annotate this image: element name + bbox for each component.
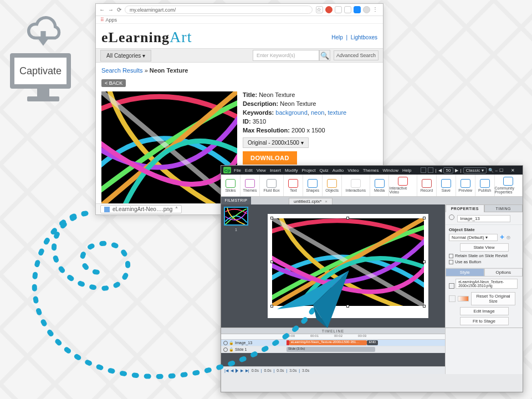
ribbon-preview[interactable]: Preview <box>456 175 475 196</box>
document-tab[interactable]: untitled1.cptx*× <box>289 198 332 204</box>
ext-box-icon[interactable] <box>335 6 342 13</box>
state-view-button[interactable]: State View <box>460 243 509 252</box>
tl-prev-icon[interactable]: ◀ <box>231 369 233 373</box>
help-link[interactable]: Help <box>331 34 343 40</box>
ribbon-media[interactable]: Media <box>370 175 390 196</box>
reload-icon[interactable]: ⟳ <box>117 7 121 13</box>
placed-image[interactable] <box>272 218 424 306</box>
timeline-bar-slide[interactable]: Slide (3.0s) <box>287 347 375 352</box>
menu-window[interactable]: Window <box>383 168 398 173</box>
timeline-track-slide[interactable]: 🔒 Slide 1 Slide (3.0s) <box>221 346 445 353</box>
minimize-icon[interactable]: – <box>495 168 498 173</box>
ext-shield-icon[interactable] <box>344 6 351 13</box>
size-select[interactable]: Original - 2000x1500 ▾ <box>243 137 309 148</box>
menu-audio[interactable]: Audio <box>332 168 344 173</box>
state-target-icon[interactable]: ◎ <box>507 235 510 240</box>
site-logo[interactable]: eLearningArt <box>101 28 192 46</box>
apps-grid-icon[interactable]: ⠿ <box>100 17 104 23</box>
ribbon-shapes[interactable]: Shapes <box>303 175 323 196</box>
chrome-menu-icon[interactable]: ⋮ <box>372 6 380 13</box>
filmstrip-thumb[interactable] <box>224 207 248 226</box>
lock-icon[interactable]: 🔒 <box>229 347 234 352</box>
edit-image-button[interactable]: Edit Image <box>460 307 509 315</box>
menu-themes[interactable]: Themes <box>363 168 379 173</box>
canvas-area[interactable] <box>251 204 445 328</box>
keyword-input[interactable]: Enter Keyword(s) <box>253 50 319 61</box>
apps-label[interactable]: Apps <box>106 17 117 23</box>
image-swap-icon[interactable] <box>449 283 454 289</box>
close-icon[interactable]: ✕ <box>505 168 520 173</box>
ext-opera-icon[interactable] <box>325 6 332 13</box>
state-select[interactable]: Normal (Default) ▾ <box>449 234 498 241</box>
ribbon-text[interactable]: Text <box>284 175 303 196</box>
download-chip[interactable]: eLearningArt-Neo….png ˄ <box>100 205 182 213</box>
keyword-neon[interactable]: neon <box>311 109 324 116</box>
zoom-prev-icon[interactable]: ◀ <box>438 168 442 173</box>
tab-properties[interactable]: PROPERTIES <box>446 204 484 212</box>
ribbon-record[interactable]: Record <box>417 175 437 196</box>
ribbon-objects[interactable]: Objects <box>323 175 342 196</box>
maximize-icon[interactable]: ☐ <box>499 168 503 173</box>
keyword-texture[interactable]: texture <box>328 109 347 116</box>
visibility-icon[interactable] <box>223 347 228 352</box>
ribbon-slides[interactable]: Slides <box>221 175 241 196</box>
nav-back-icon[interactable]: ← <box>99 7 105 13</box>
menu-view[interactable]: View <box>257 168 266 173</box>
advanced-search-link[interactable]: Advanced Search <box>334 50 378 60</box>
ribbon-save[interactable]: Save <box>437 175 456 196</box>
menu-quiz[interactable]: Quiz <box>319 168 328 173</box>
use-as-button-checkbox[interactable]: Use as Button <box>449 259 519 264</box>
reset-original-button[interactable]: Reset To Original Size <box>471 292 515 305</box>
ribbon-themes[interactable]: Themes <box>241 175 260 196</box>
ribbon-fluid-box[interactable]: Fluid Box <box>260 175 284 196</box>
slide-stage[interactable] <box>268 214 428 318</box>
edit-pencil-icon[interactable] <box>449 295 456 302</box>
menu-insert[interactable]: Insert <box>270 168 281 173</box>
object-name-input[interactable]: Image_13 <box>457 215 510 222</box>
tab-close-icon[interactable]: × <box>325 199 328 204</box>
chevron-up-icon[interactable]: ˄ <box>175 206 178 212</box>
ext-chat-icon[interactable] <box>354 6 361 13</box>
menu-file[interactable]: File <box>234 168 241 173</box>
workspace-select[interactable]: Classic ▾ <box>463 167 487 173</box>
tl-next-icon[interactable]: ▶ <box>241 369 243 373</box>
layout-icon[interactable] <box>421 167 426 173</box>
tab-timing[interactable]: TIMING <box>484 204 523 212</box>
menu-help[interactable]: Help <box>402 168 411 173</box>
menu-video[interactable]: Video <box>347 168 359 173</box>
crumb-search-results[interactable]: Search Results <box>101 67 143 74</box>
zoom-value[interactable]: 50 <box>443 167 454 173</box>
ribbon-interactions[interactable]: Interactions <box>342 175 370 196</box>
color-swatch-icon[interactable] <box>458 296 469 301</box>
menu-edit[interactable]: Edit <box>245 168 253 173</box>
ribbon-publish[interactable]: Publish <box>475 175 495 196</box>
retain-state-checkbox[interactable]: Retain State on Slide Revisit <box>449 253 519 258</box>
back-button[interactable]: < BACK <box>101 79 126 87</box>
timeline-track-image[interactable]: 🔒 Image_13 eLearningArt-Neon_Texture-200… <box>221 340 445 346</box>
lock-icon[interactable]: 🔒 <box>229 341 234 345</box>
category-select[interactable]: All Categories ▾ <box>100 50 151 62</box>
assets-icon[interactable] <box>428 167 433 173</box>
visibility-icon[interactable] <box>223 341 228 345</box>
add-state-icon[interactable]: ＋ <box>499 233 505 241</box>
tl-last-icon[interactable]: ▶| <box>245 369 249 373</box>
address-bar[interactable]: my.elearningart.com/ <box>125 6 313 14</box>
zoom-next-icon[interactable]: ▶ <box>455 168 458 173</box>
subtab-style[interactable]: Style <box>446 268 484 277</box>
menu-modify[interactable]: Modify <box>285 168 298 173</box>
tl-play-icon[interactable] <box>236 369 238 373</box>
ribbon-community-properties[interactable]: Community Properties <box>495 175 523 196</box>
menu-project[interactable]: Project <box>301 168 315 173</box>
timeline-bar-image[interactable]: eLearningArt-Neon_Texture-2000x1500-351… <box>289 340 367 345</box>
ext-star-icon[interactable]: ☆ <box>316 6 323 13</box>
keyword-background[interactable]: background <box>275 109 308 116</box>
ext-avatar-icon[interactable] <box>363 6 370 13</box>
lightboxes-link[interactable]: Lightboxes <box>351 34 377 40</box>
image-file-field[interactable]: eLearningArt-Neon_Texture-2000x1500-3510… <box>456 279 518 289</box>
subtab-options[interactable]: Options <box>484 268 523 277</box>
tl-first-icon[interactable]: |◀ <box>224 369 228 373</box>
nav-fwd-icon[interactable]: → <box>108 7 114 13</box>
search-icon[interactable]: 🔍 <box>488 168 494 173</box>
ribbon-interactive-video[interactable]: Interactive Video <box>389 175 417 196</box>
fit-to-stage-button[interactable]: Fit to Stage <box>460 317 509 325</box>
